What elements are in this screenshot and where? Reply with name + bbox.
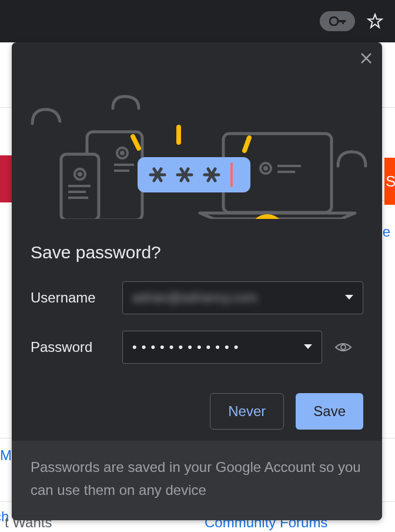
username-label: Username — [31, 290, 113, 306]
bg-red-stripe — [0, 155, 12, 202]
browser-toolbar — [0, 0, 395, 42]
dialog-footer-text: Passwords are saved in your Google Accou… — [12, 441, 382, 520]
eye-icon — [334, 341, 352, 353]
svg-line-23 — [245, 138, 249, 151]
svg-point-0 — [330, 17, 338, 25]
password-select[interactable]: •••••••••••• — [122, 331, 322, 364]
svg-rect-1 — [337, 20, 346, 22]
never-button[interactable]: Never — [210, 393, 284, 430]
svg-point-12 — [78, 172, 82, 177]
bg-right-badge: S — [384, 158, 395, 205]
svg-point-37 — [341, 345, 346, 350]
username-value: adrian@adriancy.com — [132, 290, 345, 305]
bg-partial-link-e: e — [383, 224, 390, 240]
svg-line-22 — [133, 137, 139, 148]
star-icon[interactable] — [367, 13, 383, 29]
save-button[interactable]: Save — [296, 393, 363, 430]
chevron-down-icon — [345, 295, 353, 301]
key-icon — [329, 16, 346, 26]
svg-point-7 — [120, 151, 125, 155]
svg-point-18 — [263, 166, 268, 171]
devices-illustration-svg — [12, 42, 382, 219]
chevron-down-icon — [304, 344, 312, 350]
dialog-title: Save password? — [31, 242, 363, 262]
show-password-button[interactable] — [332, 341, 355, 353]
bg-partial-link-m: M — [0, 447, 12, 464]
save-password-dialog: Save password? Username adrian@adriancy.… — [12, 42, 382, 520]
password-label: Password — [31, 339, 113, 355]
password-illustration — [12, 42, 382, 219]
svg-rect-2 — [342, 20, 344, 24]
password-key-badge[interactable] — [320, 11, 355, 31]
username-select[interactable]: adrian@adriancy.com — [122, 281, 363, 314]
password-value: •••••••••••• — [132, 340, 304, 355]
